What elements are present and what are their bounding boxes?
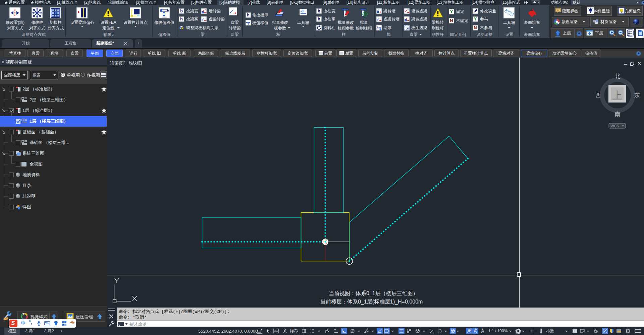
svg-text:-0: -0 (301, 9, 304, 13)
